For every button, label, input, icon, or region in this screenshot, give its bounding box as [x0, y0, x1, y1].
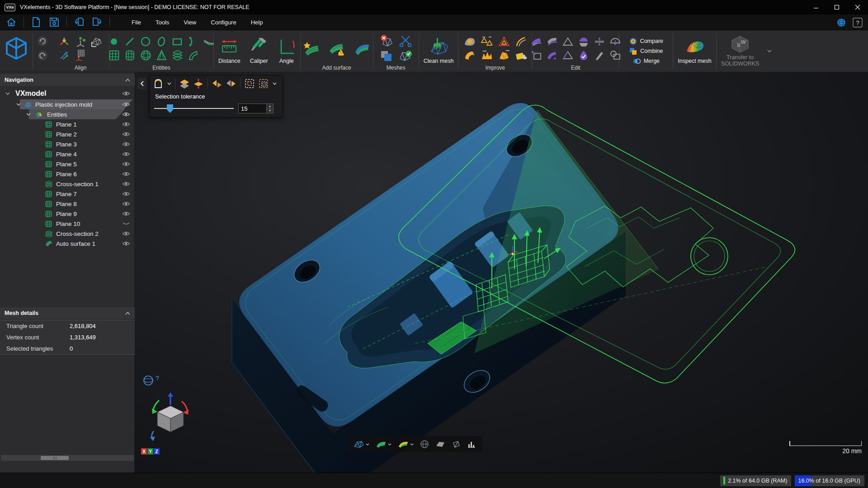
flip-selection-right-button[interactable]	[225, 78, 237, 89]
compare-button[interactable]: Compare	[627, 37, 666, 46]
transfer-solidworks-button[interactable]: SW Transfer to SOLIDWORKS	[717, 30, 764, 72]
mesh-details-header[interactable]: Mesh details	[0, 307, 135, 319]
create-cylinder-button[interactable]	[124, 49, 136, 61]
create-cross-section-button[interactable]	[171, 49, 183, 61]
spinner-down-button[interactable]: ▼	[266, 108, 273, 113]
tree-item-cross-section-2[interactable]: Cross-section 2	[0, 229, 135, 239]
selection-more-dropdown[interactable]	[272, 78, 277, 89]
undo-button[interactable]	[37, 35, 48, 47]
flip-selection-left-button[interactable]	[211, 78, 223, 89]
combine-button[interactable]: Combine	[627, 47, 665, 56]
mesh-display-button[interactable]	[352, 438, 371, 450]
scale-mesh-button[interactable]	[530, 49, 542, 61]
transfer-dropdown-button[interactable]	[764, 45, 775, 57]
create-curve-button[interactable]	[187, 49, 199, 61]
navigation-panel-header[interactable]: Navigation	[0, 74, 135, 86]
surface-display-button[interactable]	[374, 438, 393, 450]
inspect-mesh-button[interactable]: Inspect mesh	[673, 30, 716, 72]
merge-button[interactable]: Merge	[630, 57, 662, 66]
sidebar-scrollbar[interactable]	[1, 455, 134, 461]
web-portal-button[interactable]	[835, 17, 847, 28]
chevron-expanded-icon[interactable]	[16, 103, 21, 106]
visibility-eye-icon[interactable]	[122, 141, 130, 147]
create-sphere-button[interactable]	[140, 49, 151, 61]
select-visible-button[interactable]	[179, 78, 190, 89]
histogram-button[interactable]	[465, 438, 478, 450]
texture-display-button[interactable]	[396, 438, 415, 450]
tree-item-plane-1[interactable]: Plane 1	[0, 119, 135, 129]
menu-configure[interactable]: Configure	[205, 17, 241, 28]
create-point-button[interactable]	[108, 36, 120, 47]
create-rectangle-button[interactable]	[171, 36, 183, 47]
defeature-button[interactable]	[498, 36, 509, 47]
menu-file[interactable]: File	[126, 17, 146, 28]
menu-help[interactable]: Help	[245, 17, 269, 28]
visibility-eye-icon[interactable]	[122, 201, 130, 206]
tree-item-entities[interactable]: Entities	[0, 109, 135, 119]
sculpt-button[interactable]	[594, 49, 605, 61]
align-surface-button[interactable]	[91, 36, 103, 47]
visibility-eye-icon[interactable]	[122, 122, 130, 127]
save-session-button[interactable]	[48, 16, 60, 28]
visibility-eye-icon[interactable]	[122, 231, 130, 236]
fix-spikes-button[interactable]	[481, 49, 492, 61]
create-circle-button[interactable]	[140, 36, 151, 47]
tree-item-plane-7[interactable]: Plane 7	[0, 189, 135, 199]
auto-surface-button[interactable]	[302, 39, 321, 57]
bend-surface-button[interactable]	[546, 49, 558, 61]
help-button[interactable]: ?	[852, 17, 863, 28]
scrollbar-handle[interactable]	[41, 456, 69, 460]
selection-tolerance-slider[interactable]	[154, 104, 234, 113]
sand-surface-button[interactable]	[515, 49, 527, 61]
visibility-eye-icon[interactable]	[122, 171, 130, 177]
visibility-eye-icon[interactable]	[122, 91, 130, 96]
align-best-fit-button[interactable]	[58, 36, 70, 47]
viewport-3d[interactable]: Selection tolerance ▲ ▼	[135, 72, 868, 473]
close-button[interactable]	[847, 0, 868, 14]
tree-item-cross-section-1[interactable]: Cross-section 1	[0, 179, 135, 189]
import-session-button[interactable]	[73, 16, 85, 28]
visibility-eye-closed-icon[interactable]	[122, 221, 130, 226]
select-through-button[interactable]	[193, 78, 204, 89]
angle-button[interactable]: Angle	[273, 30, 300, 72]
create-polyline-button[interactable]	[203, 36, 215, 47]
align-translate-button[interactable]	[58, 49, 70, 61]
redo-button[interactable]	[37, 50, 48, 61]
visibility-eye-icon[interactable]	[122, 112, 130, 117]
crop-mesh-button[interactable]	[398, 34, 413, 47]
view-sphere-help-icon[interactable]: ?	[142, 373, 163, 387]
collapse-up-icon[interactable]	[125, 312, 130, 315]
slider-thumb[interactable]	[167, 104, 173, 113]
create-cone-button[interactable]	[156, 49, 167, 61]
slider-track[interactable]	[154, 108, 234, 109]
tree-item-plane-10[interactable]: Plane 10	[0, 219, 135, 229]
align-grid-button[interactable]	[75, 49, 86, 61]
triangle-edit-button[interactable]	[562, 49, 574, 61]
visibility-eye-icon[interactable]	[122, 241, 130, 246]
offset-surface-button[interactable]	[546, 36, 558, 47]
viewport-3d-scene[interactable]	[135, 72, 868, 473]
decimate-button[interactable]	[481, 36, 492, 47]
add-triangles-button[interactable]	[562, 36, 574, 47]
collapse-panel-button[interactable]	[137, 78, 146, 89]
minimize-button[interactable]	[806, 0, 826, 14]
invert-selection-button[interactable]	[258, 78, 269, 89]
export-session-button[interactable]	[91, 16, 103, 28]
home-button[interactable]	[5, 16, 17, 28]
visibility-eye-icon[interactable]	[122, 161, 130, 167]
offset-boundary-button[interactable]	[594, 36, 605, 47]
surface-from-curves-button[interactable]	[353, 39, 372, 57]
maximize-button[interactable]	[826, 0, 847, 14]
tree-item-plastic-injection-mold[interactable]: Plastic injection mold	[0, 99, 135, 109]
clean-mesh-button[interactable]: Clean mesh	[419, 30, 458, 72]
tree-item-plane-8[interactable]: Plane 8	[0, 199, 135, 209]
create-plane-button[interactable]	[108, 49, 120, 61]
create-ellipse-button[interactable]	[156, 36, 167, 47]
chevron-expanded-icon[interactable]	[5, 92, 10, 95]
merge-objects-button[interactable]	[379, 49, 394, 63]
tree-item-plane-3[interactable]: Plane 3	[0, 139, 135, 149]
tree-item-vxmodel[interactable]: VXmodel	[0, 88, 135, 99]
create-line-button[interactable]	[124, 36, 136, 47]
globe-view-button[interactable]	[418, 438, 431, 450]
spinner-up-button[interactable]: ▲	[266, 104, 273, 108]
